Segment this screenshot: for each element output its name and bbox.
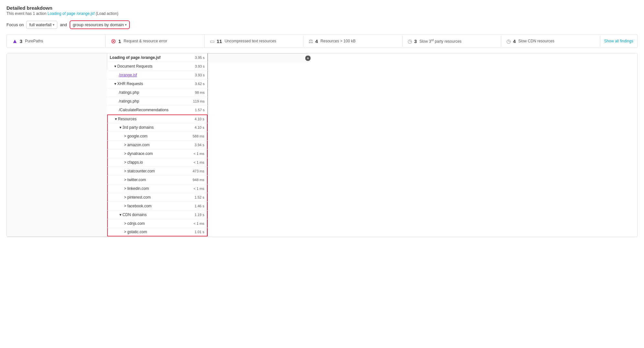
finding-slow-cdn[interactable]: ◷ 4 Slow CDN resources [501,36,600,47]
row-label: > gstatic.com [124,230,147,234]
table-row: /ratings.php119 ms [107,97,208,106]
large-resources-icon: ⚖ [309,38,313,44]
row-duration: < 1 ms [191,222,204,225]
table-row: ▾ Resources4.10 s [107,114,208,123]
finding-uncompressed[interactable]: ▭ 11 Uncompressed text resources [205,36,303,47]
table-row: ▾ 3rd party domains4.10 s [107,123,208,132]
table-row: ▾ XHR Requests3.62 s [107,80,208,88]
row-label: > statcounter.com [124,169,155,173]
row-label: > amazon.com [124,143,150,147]
row-label: ▾ CDN domains [119,212,147,217]
row-duration: 98 ms [192,91,205,94]
table-row: > twitter.com948 ms [107,176,208,184]
table-row: > google.com588 ms [107,132,208,141]
errors-count: 1 [118,38,121,44]
row-label: > twitter.com [124,178,146,182]
uncompressed-icon: ▭ [210,38,215,44]
row-label: /ratings.php [119,99,139,103]
subtitle-link[interactable]: Loading of page /orange.jsf [48,11,95,16]
slow-cdn-count: 4 [513,38,515,44]
purepaths-count: 3 [20,38,22,44]
row-duration: 3.94 s [192,143,204,147]
row-label: > linkedin.com [124,186,149,191]
show-all-findings[interactable]: Show all findings [600,36,637,46]
chevron-down-icon-2: ▾ [125,23,127,27]
row-duration: 1.19 s [192,213,204,217]
error-icon: ⊗ [111,37,116,45]
row-label: > google.com [124,134,147,138]
focus-row: Focus on full waterfall ▾ and group reso… [6,20,638,29]
row-duration: < 1 ms [191,187,204,190]
slow-3rd-count: 3 [414,38,417,44]
table-row: Loading of page /orange.jsf3.95 s [107,53,208,62]
row-duration: 588 ms [190,134,204,138]
table-row: > dynatrace.com< 1 ms [107,149,208,158]
row-label: ▾ 3rd party domains [119,125,153,130]
row-duration: < 1 ms [191,160,204,164]
finding-large-resources[interactable]: ⚖ 4 Resources > 100 kB [303,36,402,47]
table-row: > statcounter.com473 ms [107,167,208,176]
uncompressed-label: Uncompressed text resources [225,39,276,43]
table-row: /CalculateRecommendations1.57 s [107,106,208,114]
table-row: > cfapps.io< 1 ms [107,158,208,167]
row-label: > pinterest.com [124,195,151,200]
page-title: Detailed breakdown [6,5,638,11]
table-row: ▾ CDN domains1.19 s [107,211,208,219]
row-duration: 948 ms [190,178,204,182]
large-label: Resources > 100 kB [321,39,356,43]
row-duration: 1.52 s [192,195,204,199]
row-label: Loading of page /orange.jsf [110,55,161,60]
purepaths-label: PurePaths [25,39,43,43]
finding-slow-3rd[interactable]: ◷ 3 Slow 3rd party resources [402,36,501,47]
row-duration: 4.10 s [192,117,204,121]
row-duration: 3.93 s [192,64,205,68]
table-row: /orange.jsf3.93 s [107,71,208,80]
focus-dropdown-2[interactable]: group resources by domain ▾ [70,20,130,29]
findings-bar: ▲ 3 PurePaths ⊗ 1 Request & resource err… [6,34,638,48]
row-duration: 1.57 s [192,108,205,112]
slow-3rd-label: Slow 3rd party resources [419,38,461,44]
focus-label: Focus on [6,22,24,27]
row-label: /CalculateRecommendations [119,108,168,112]
finding-errors[interactable]: ⊗ 1 Request & resource error [106,35,204,48]
rows-container: Loading of page /orange.jsf3.95 s▾ Docum… [107,53,208,237]
row-duration: 3.62 s [192,82,205,86]
table-row: > linkedin.com< 1 ms [107,184,208,193]
row-duration: 1.46 s [192,204,204,208]
row-duration: 473 ms [190,169,204,173]
large-count: 4 [315,38,318,44]
row-duration: 3.95 s [192,56,205,60]
row-label: ▾ Resources [115,117,137,121]
row-duration: 119 ms [190,99,205,103]
row-duration: 3.93 s [192,73,205,77]
row-label: > cdnjs.com [124,221,145,226]
finding-purepaths[interactable]: ▲ 3 PurePaths [7,35,106,47]
row-duration: 1.01 s [192,230,204,234]
row-label: ▾ XHR Requests [114,82,143,86]
focus-dropdown-1[interactable]: full waterfall ▾ [26,21,57,29]
errors-label: Request & resource error [124,39,167,43]
row-label: > facebook.com [124,204,152,208]
chevron-down-icon: ▾ [53,23,54,27]
focus-and: and [60,22,67,27]
purepaths-icon: ▲ [12,38,18,45]
table-row: > amazon.com3.94 s [107,141,208,149]
row-duration: 4.10 s [192,125,204,129]
row-label: > cfapps.io [124,160,143,165]
uncompressed-count: 11 [217,38,222,44]
table-row: > gstatic.com1.01 s [107,228,208,237]
table-row: > pinterest.com1.52 s [107,193,208,202]
slow-3rd-icon: ◷ [408,38,412,44]
waterfall-section: → User interaction possible 0 0.5 s 1 s … [6,53,638,237]
table-row: ▾ Document Requests3.93 s [107,62,208,71]
row-label: > dynatrace.com [124,151,153,156]
row-label[interactable]: /orange.jsf [119,73,137,77]
table-row: > facebook.com1.46 s [107,202,208,211]
row-duration: < 1 ms [191,152,204,156]
table-row: > cdnjs.com< 1 ms [107,219,208,228]
slow-cdn-label: Slow CDN resources [518,39,554,43]
slow-cdn-icon: ◷ [506,38,511,44]
row-label: ▾ Document Requests [114,64,153,69]
table-row: /ratings.php98 ms [107,88,208,97]
page-subtitle: This event has 1 action Loading of page … [6,11,638,16]
